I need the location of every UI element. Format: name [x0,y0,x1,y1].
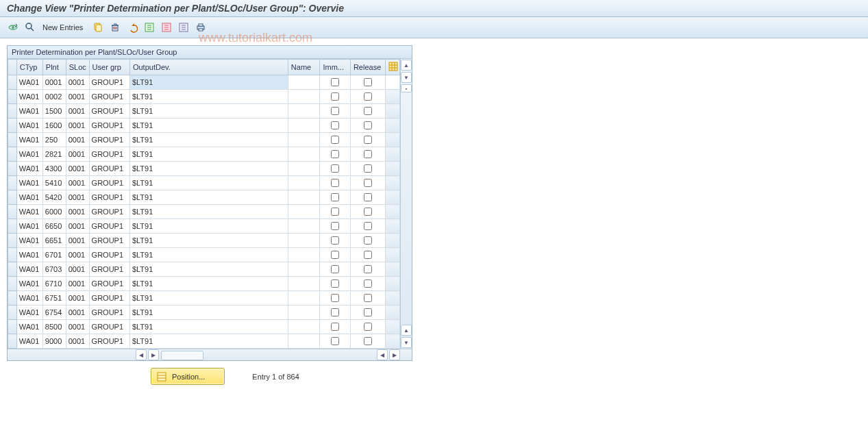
new-entries-button[interactable]: New Entries [40,23,88,32]
vertical-scrollbar[interactable]: ▲ ▼ ▪ ▲ ▼ [400,59,412,349]
cell-release[interactable] [350,162,385,176]
cell-release[interactable] [350,219,385,234]
row-selector[interactable] [8,75,17,90]
cell-name[interactable] [288,162,320,176]
row-selector[interactable] [8,176,17,190]
row-selector[interactable] [8,234,17,248]
release-checkbox[interactable] [364,179,372,187]
cell-imm[interactable] [320,75,350,90]
cell-release[interactable] [350,90,385,104]
cell-user-grp[interactable]: GROUP1 [89,104,129,119]
cell-name[interactable] [288,262,320,277]
cell-sloc[interactable]: 0001 [66,147,89,162]
cell-sloc[interactable]: 0001 [66,90,89,104]
scroll-up-icon[interactable]: ▲ [401,60,412,71]
imm-checkbox[interactable] [331,164,339,173]
other-view-icon[interactable] [5,20,21,35]
cell-name[interactable] [288,320,320,334]
cell-ctyp[interactable]: WA01 [16,277,42,291]
release-checkbox[interactable] [364,78,372,86]
cell-sloc[interactable]: 0001 [66,277,89,291]
table-row[interactable]: WA0116000001GROUP1$LT91 [8,119,400,133]
cell-release[interactable] [350,334,385,349]
table-row[interactable]: WA0185000001GROUP1$LT91 [8,320,400,334]
cell-outputdev[interactable]: $LT91 [129,133,288,147]
cell-name[interactable] [288,147,320,162]
cell-release[interactable] [350,104,385,119]
table-row[interactable]: WA0128210001GROUP1$LT91 [8,147,400,162]
cell-ctyp[interactable]: WA01 [16,219,42,234]
imm-checkbox[interactable] [331,107,339,115]
row-selector[interactable] [8,190,17,205]
cell-imm[interactable] [320,119,350,133]
col-imm[interactable]: Imm... [320,60,350,75]
cell-user-grp[interactable]: GROUP1 [89,262,129,277]
cell-plnt[interactable]: 6754 [42,305,66,320]
cell-outputdev[interactable]: $LT91 [129,90,288,104]
col-ctyp[interactable]: CTyp [16,60,42,75]
cell-plnt[interactable]: 5410 [42,176,66,190]
release-checkbox[interactable] [364,308,372,316]
cell-ctyp[interactable]: WA01 [16,119,42,133]
cell-sloc[interactable]: 0001 [66,119,89,133]
select-block-icon[interactable] [159,20,174,35]
hscroll-track[interactable] [160,350,376,360]
row-selector[interactable] [8,162,17,176]
row-selector[interactable] [8,320,17,334]
cell-outputdev[interactable]: $LT91 [129,262,288,277]
copy-as-icon[interactable] [90,20,106,35]
deselect-all-icon[interactable] [176,20,191,35]
cell-imm[interactable] [320,104,350,119]
cell-name[interactable] [288,119,320,133]
cell-outputdev[interactable]: $LT91 [129,334,288,349]
cell-user-grp[interactable]: GROUP1 [89,291,129,305]
cell-ctyp[interactable]: WA01 [16,234,42,248]
imm-checkbox[interactable] [331,279,339,288]
cell-outputdev[interactable]: $LT91 [129,104,288,119]
cell-name[interactable] [288,334,320,349]
release-checkbox[interactable] [364,265,372,273]
row-selector[interactable] [8,90,17,104]
table-row[interactable]: WA0154100001GROUP1$LT91 [8,176,400,190]
cell-ctyp[interactable]: WA01 [16,248,42,262]
cell-sloc[interactable]: 0001 [66,234,89,248]
cell-sloc[interactable]: 0001 [66,219,89,234]
cell-ctyp[interactable]: WA01 [16,162,42,176]
cell-sloc[interactable]: 0001 [66,205,89,219]
cell-name[interactable] [288,104,320,119]
cell-ctyp[interactable]: WA01 [16,320,42,334]
release-checkbox[interactable] [364,164,372,173]
cell-outputdev[interactable]: $LT91 [129,119,288,133]
release-checkbox[interactable] [364,150,372,158]
scroll-right-small-icon[interactable]: ▶ [148,349,159,360]
cell-imm[interactable] [320,334,350,349]
row-selector[interactable] [8,334,17,349]
release-checkbox[interactable] [364,121,372,129]
table-row[interactable]: WA0115000001GROUP1$LT91 [8,104,400,119]
cell-user-grp[interactable]: GROUP1 [89,305,129,320]
release-checkbox[interactable] [364,193,372,201]
col-name[interactable]: Name [288,60,320,75]
cell-sloc[interactable]: 0001 [66,262,89,277]
cell-imm[interactable] [320,219,350,234]
imm-checkbox[interactable] [331,193,339,201]
row-selector[interactable] [8,104,17,119]
imm-checkbox[interactable] [331,294,339,302]
cell-ctyp[interactable]: WA01 [16,205,42,219]
row-selector[interactable] [8,119,17,133]
cell-plnt[interactable]: 6710 [42,277,66,291]
cell-release[interactable] [350,147,385,162]
cell-plnt[interactable]: 250 [42,133,66,147]
row-selector[interactable] [8,291,17,305]
imm-checkbox[interactable] [331,265,339,273]
cell-user-grp[interactable]: GROUP1 [89,162,129,176]
find-icon[interactable] [23,20,38,35]
cell-outputdev[interactable]: $LT91 [129,176,288,190]
horizontal-scrollbar[interactable]: ◀ ▶ ◀ ▶ [8,349,412,360]
cell-imm[interactable] [320,176,350,190]
cell-ctyp[interactable]: WA01 [16,334,42,349]
imm-checkbox[interactable] [331,208,339,216]
cell-imm[interactable] [320,133,350,147]
cell-plnt[interactable]: 1500 [42,104,66,119]
row-selector[interactable] [8,305,17,320]
